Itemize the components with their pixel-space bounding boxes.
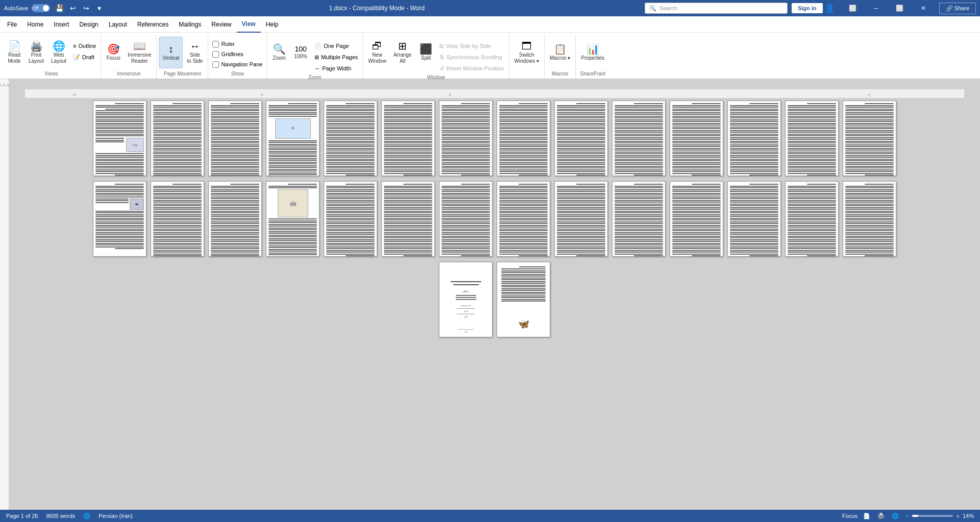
page-thumb-15[interactable]: 📷 (93, 181, 146, 257)
reset-window-position-button[interactable]: ↺ Reset Window Position (437, 63, 506, 73)
tab-review[interactable]: Review (206, 16, 236, 33)
navigation-pane-checkbox[interactable]: Navigation Pane (210, 59, 264, 69)
multiple-pages-button[interactable]: ⊞ Multiple Pages (312, 52, 360, 62)
navigation-pane-check-input[interactable] (212, 61, 219, 68)
zoom-control[interactable]: － ＋ 14% (904, 512, 974, 520)
minimize-icon[interactable]: ─ (865, 0, 888, 16)
vertical-button[interactable]: ↕ Vertical (159, 37, 183, 68)
page-thumb-11[interactable] (670, 101, 723, 176)
tab-layout[interactable]: Layout (104, 16, 132, 33)
zoom-out-icon[interactable]: － (904, 512, 910, 520)
tab-help[interactable]: Help (261, 16, 284, 33)
close-icon[interactable]: ✕ (912, 0, 935, 16)
page-thumb-3[interactable] (208, 101, 262, 176)
page-thumb-20[interactable] (381, 181, 435, 257)
focus-button[interactable]: Focus (842, 513, 857, 519)
tab-view[interactable]: View (237, 16, 261, 33)
print-layout-status-button[interactable]: 🖨️ (876, 511, 886, 521)
page-thumb-10[interactable] (612, 101, 666, 176)
web-layout-label: WebLayout (51, 52, 66, 64)
page-thumb-16[interactable] (151, 181, 204, 257)
web-layout-button[interactable]: 🌐 WebLayout (48, 37, 69, 68)
focus-button[interactable]: 🎯 Focus (103, 37, 124, 68)
share-button[interactable]: 🔗 Share (939, 3, 976, 14)
arrange-all-label: ArrangeAll (394, 52, 412, 64)
page-thumb-27[interactable] (785, 181, 839, 257)
search-bar[interactable]: 🔍 Search (645, 3, 788, 14)
language-label: Persian (Iran) (99, 513, 133, 519)
synchronous-scrolling-button[interactable]: ⇅ Synchronous Scrolling (437, 52, 506, 62)
print-layout-button[interactable]: 🖨️ PrintLayout (26, 37, 47, 68)
macros-icon: 📋 (554, 44, 567, 54)
read-mode-button[interactable]: 📄 ReadMode (4, 37, 24, 68)
macros-button[interactable]: 📋 Macros ▾ (547, 37, 574, 68)
outline-button[interactable]: ≡ Outline (70, 41, 99, 51)
side-to-side-button[interactable]: ↔ Sideto Side (184, 37, 206, 68)
tab-design[interactable]: Design (74, 16, 103, 33)
autosave-toggle[interactable]: Off (32, 4, 50, 12)
immersive-reader-button[interactable]: 📖 ImmersiveReader (125, 37, 154, 68)
properties-button[interactable]: 📊 Properties (578, 37, 607, 68)
ruler-check-input[interactable] (212, 41, 219, 47)
page-1-image: img (126, 138, 144, 152)
document-area[interactable]: -6 -4 -2 ◁ (9, 79, 980, 510)
page-thumb-1[interactable]: img (93, 101, 146, 176)
page-thumb-25[interactable] (670, 181, 723, 257)
page-thumb-26[interactable] (727, 181, 781, 257)
page-thumb-18[interactable]: 🤖 (266, 181, 320, 257)
web-layout-status-button[interactable]: 🌐 (890, 511, 900, 521)
read-mode-status-button[interactable]: 📄 (862, 511, 872, 521)
page-thumb-14[interactable] (843, 101, 896, 176)
draft-button[interactable]: 📝 Draft (70, 52, 99, 62)
page-thumb-22[interactable] (497, 181, 550, 257)
page-thumb-2[interactable] (151, 101, 204, 176)
autosave-knob (43, 5, 49, 11)
tab-mailings[interactable]: Mailings (174, 16, 206, 33)
tab-file[interactable]: File (2, 16, 22, 33)
restore-icon[interactable]: ⬜ (888, 0, 912, 16)
page-thumb-28[interactable] (843, 181, 896, 257)
page-thumb-24[interactable] (612, 181, 666, 257)
page-thumb-4[interactable]: ⚙️ (266, 101, 320, 176)
page-thumb-23[interactable] (554, 181, 608, 257)
page-thumb-13[interactable] (785, 101, 839, 176)
page-thumb-21[interactable] (439, 181, 493, 257)
title-page-text: عنوان (462, 289, 469, 293)
page-thumb-6[interactable] (381, 101, 435, 176)
ruler-checkbox[interactable]: Ruler (210, 39, 236, 49)
page-thumb-17[interactable] (208, 181, 262, 257)
page-thumb-9[interactable] (554, 101, 608, 176)
redo-icon[interactable]: ↪ (81, 3, 92, 14)
split-button[interactable]: ⬛ Split (415, 37, 436, 68)
page-thumb-26[interactable]: 🦋 (497, 262, 550, 337)
customize-qat-icon[interactable]: ▾ (94, 3, 105, 14)
page-thumb-7[interactable] (439, 101, 493, 176)
zoom-button[interactable]: 🔍 Zoom (269, 37, 289, 68)
gridlines-checkbox[interactable]: Gridlines (210, 49, 245, 59)
tab-home[interactable]: Home (22, 16, 48, 33)
zoom-100-button[interactable]: 100 100% (290, 37, 311, 68)
one-page-button[interactable]: 📄 One Page (312, 41, 360, 51)
pages-row-2: 📷 (93, 181, 896, 257)
tab-insert[interactable]: Insert (48, 16, 74, 33)
zoom-in-icon[interactable]: ＋ (955, 512, 961, 520)
page-thumb-19[interactable] (324, 181, 377, 257)
new-window-button[interactable]: 🗗 NewWindow (365, 37, 389, 68)
zoom-slider[interactable] (912, 515, 953, 517)
gridlines-check-input[interactable] (212, 51, 219, 58)
page-thumb-12[interactable] (727, 101, 781, 176)
zoom-slider-fill (912, 515, 918, 517)
page-thumb-8[interactable] (497, 101, 550, 176)
signin-button[interactable]: Sign in (792, 3, 823, 13)
undo-icon[interactable]: ↩ (67, 3, 79, 14)
page-thumb-25[interactable]: عنوان نام نویسنده تاریخ مکان پایان (439, 262, 493, 337)
view-side-by-side-button[interactable]: ⧉ View Side by Side (437, 41, 506, 51)
tab-references[interactable]: References (132, 16, 174, 33)
save-icon[interactable]: 💾 (54, 3, 65, 14)
ribbon-content: 📄 ReadMode 🖨️ PrintLayout 🌐 WebLayout ≡ (0, 33, 980, 79)
page-width-button[interactable]: ↔ Page Width (312, 63, 360, 73)
arrange-all-button[interactable]: ⊞ ArrangeAll (390, 37, 415, 68)
switch-windows-button[interactable]: 🗖 SwitchWindows ▾ (511, 37, 542, 68)
ribbon-display-options-icon[interactable]: ⬜ (841, 0, 865, 16)
page-thumb-5[interactable] (324, 101, 377, 176)
